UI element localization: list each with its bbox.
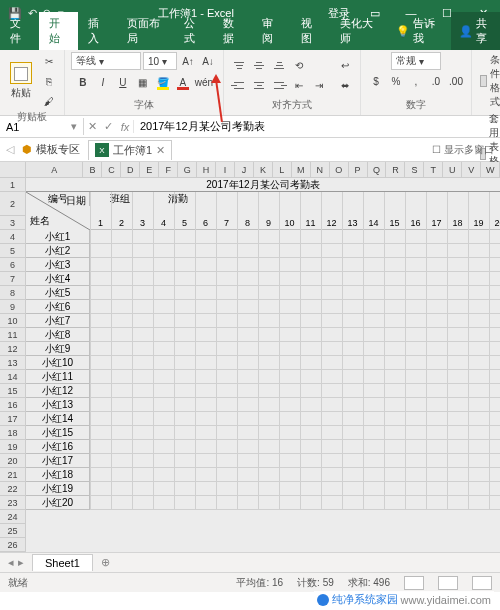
cancel-formula-icon[interactable]: ✕ xyxy=(88,120,97,133)
view-page-layout-button[interactable] xyxy=(438,576,458,590)
name-cell[interactable]: 小红16 xyxy=(26,440,90,454)
day-header-cell[interactable]: 14 xyxy=(363,216,384,230)
align-top-button[interactable] xyxy=(230,57,248,73)
copy-button[interactable]: ⎘ xyxy=(40,72,58,90)
title-cell[interactable]: 2017年12月某公司考勤表 xyxy=(26,178,500,192)
paste-button[interactable]: 粘贴 xyxy=(6,60,36,102)
templates-tab[interactable]: ⬢模板专区 xyxy=(22,142,80,157)
increase-decimal-button[interactable]: .0 xyxy=(427,72,445,90)
row-header[interactable]: 2 xyxy=(0,192,25,216)
day-header-cell[interactable]: 8 xyxy=(237,216,258,230)
column-header[interactable]: T xyxy=(424,162,443,177)
fx-icon[interactable]: fx xyxy=(121,121,130,133)
view-page-break-button[interactable] xyxy=(472,576,492,590)
share-button[interactable]: 👤共享 xyxy=(451,12,500,50)
name-cell[interactable]: 小红18 xyxy=(26,468,90,482)
name-cell[interactable]: 小红13 xyxy=(26,398,90,412)
name-cell[interactable]: 小红12 xyxy=(26,384,90,398)
column-header[interactable]: C xyxy=(102,162,121,177)
column-headers[interactable]: ABCDEFGHIJKLMNOPQRSTUVW xyxy=(26,162,500,178)
back-icon[interactable]: ◁ xyxy=(6,143,14,156)
column-header[interactable]: H xyxy=(197,162,216,177)
align-center-button[interactable] xyxy=(250,77,268,93)
header-id[interactable]: 编号 xyxy=(26,192,90,206)
tab-review[interactable]: 审阅 xyxy=(252,12,291,50)
increase-font-button[interactable]: A↑ xyxy=(179,52,197,70)
qat-dropdown-icon[interactable]: ▾ xyxy=(58,7,64,20)
conditional-formatting-button[interactable]: 条件格式▾ xyxy=(478,52,500,110)
day-header-cell[interactable]: 2 xyxy=(111,216,132,230)
row-header[interactable]: 8 xyxy=(0,286,25,300)
column-header[interactable]: K xyxy=(254,162,273,177)
day-header-cell[interactable]: 20 xyxy=(489,216,500,230)
font-size-select[interactable]: 10▾ xyxy=(143,52,177,70)
column-header[interactable]: W xyxy=(481,162,500,177)
row-headers[interactable]: 1234567891011121314151617181920212223242… xyxy=(0,178,26,568)
wrap-text-button[interactable]: ↩ xyxy=(336,56,354,74)
name-cell[interactable]: 小红4 xyxy=(26,272,90,286)
day-header-cell[interactable]: 12 xyxy=(321,216,342,230)
column-header[interactable]: I xyxy=(216,162,235,177)
tab-beautify[interactable]: 美化大师 xyxy=(330,12,388,50)
name-cell[interactable]: 小红9 xyxy=(26,342,90,356)
name-cell[interactable]: 小红11 xyxy=(26,370,90,384)
column-header[interactable]: B xyxy=(83,162,102,177)
row-header[interactable]: 23 xyxy=(0,496,25,510)
day-header-cell[interactable]: 16 xyxy=(405,216,426,230)
column-header[interactable]: U xyxy=(443,162,462,177)
decrease-font-button[interactable]: A↓ xyxy=(199,52,217,70)
day-header-cell[interactable]: 5 xyxy=(174,216,195,230)
name-cell[interactable]: 小红7 xyxy=(26,314,90,328)
day-header-cell[interactable]: 11 xyxy=(300,216,321,230)
column-header[interactable]: D xyxy=(121,162,140,177)
header-overtime[interactable]: 清勤 xyxy=(168,192,188,206)
decrease-indent-button[interactable]: ⇤ xyxy=(290,76,308,94)
orientation-button[interactable]: ⟲ xyxy=(290,56,308,74)
cut-button[interactable]: ✂ xyxy=(40,52,58,70)
tab-insert[interactable]: 插入 xyxy=(78,12,117,50)
column-header[interactable]: R xyxy=(386,162,405,177)
day-header-cell[interactable]: 3 xyxy=(132,216,153,230)
formula-input[interactable]: 2017年12月某公司考勤表 xyxy=(134,117,500,136)
comma-button[interactable]: , xyxy=(407,72,425,90)
column-header[interactable]: L xyxy=(273,162,292,177)
row-header[interactable]: 9 xyxy=(0,300,25,314)
name-cell[interactable]: 小红10 xyxy=(26,356,90,370)
day-header-cell[interactable]: 4 xyxy=(153,216,174,230)
tab-view[interactable]: 视图 xyxy=(291,12,330,50)
tab-page-layout[interactable]: 页面布局 xyxy=(117,12,175,50)
row-header[interactable]: 14 xyxy=(0,370,25,384)
redo-icon[interactable]: ↷ xyxy=(43,7,52,20)
align-middle-button[interactable] xyxy=(250,57,268,73)
day-header-cell[interactable]: 13 xyxy=(342,216,363,230)
column-header[interactable]: P xyxy=(349,162,368,177)
row-header[interactable]: 7 xyxy=(0,272,25,286)
name-cell[interactable]: 小红2 xyxy=(26,244,90,258)
column-header[interactable]: V xyxy=(462,162,481,177)
font-name-select[interactable]: 等线▾ xyxy=(71,52,141,70)
add-sheet-button[interactable]: ⊕ xyxy=(93,556,118,569)
row-header[interactable]: 21 xyxy=(0,468,25,482)
name-cell[interactable]: 小红17 xyxy=(26,454,90,468)
row-header[interactable]: 1 xyxy=(0,178,25,192)
underline-button[interactable]: U xyxy=(114,73,132,91)
row-header[interactable]: 12 xyxy=(0,342,25,356)
close-tab-icon[interactable]: ✕ xyxy=(156,144,165,157)
fill-color-button[interactable]: 🪣 xyxy=(154,73,172,91)
name-cell[interactable]: 小红6 xyxy=(26,300,90,314)
bold-button[interactable]: B xyxy=(74,73,92,91)
sheet-nav-prev[interactable]: ◂ xyxy=(8,556,14,569)
column-header[interactable]: S xyxy=(405,162,424,177)
row-header[interactable]: 18 xyxy=(0,426,25,440)
merge-center-button[interactable]: ⬌ xyxy=(336,76,354,94)
day-header-cell[interactable]: 18 xyxy=(447,216,468,230)
row-header[interactable]: 15 xyxy=(0,384,25,398)
tab-formulas[interactable]: 公式 xyxy=(174,12,213,50)
day-header-cell[interactable]: 10 xyxy=(279,216,300,230)
name-cell[interactable]: 小红19 xyxy=(26,482,90,496)
row-header[interactable]: 26 xyxy=(0,538,25,552)
row-header[interactable]: 19 xyxy=(0,440,25,454)
border-button[interactable]: ▦ xyxy=(134,73,152,91)
percent-button[interactable]: % xyxy=(387,72,405,90)
column-header[interactable]: F xyxy=(159,162,178,177)
